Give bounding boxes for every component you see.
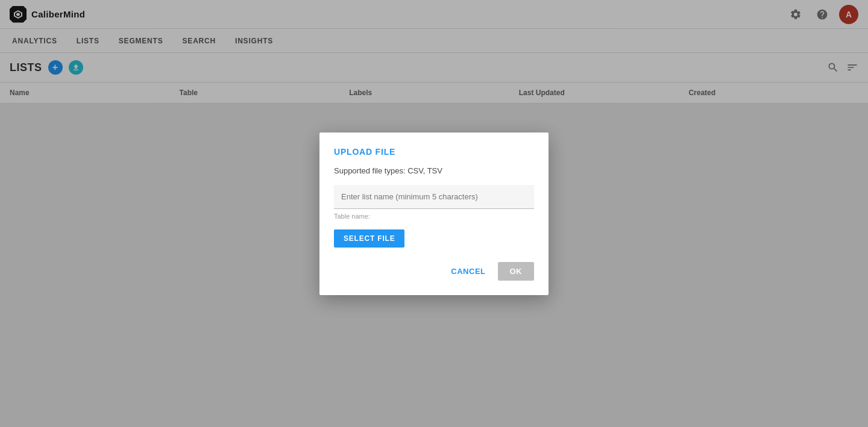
modal-supported-types: Supported file types: CSV, TSV xyxy=(334,166,534,175)
select-file-button[interactable]: SELECT FILE xyxy=(334,229,404,248)
cancel-button[interactable]: CANCEL xyxy=(444,262,492,281)
table-name-label: Table name: xyxy=(334,213,534,220)
modal-overlay: UPLOAD FILE Supported file types: CSV, T… xyxy=(0,0,868,427)
ok-button[interactable]: OK xyxy=(498,262,535,281)
list-name-input[interactable] xyxy=(334,185,534,209)
upload-file-modal: UPLOAD FILE Supported file types: CSV, T… xyxy=(319,132,549,295)
modal-actions: CANCEL OK xyxy=(334,262,534,281)
modal-title: UPLOAD FILE xyxy=(334,147,534,157)
